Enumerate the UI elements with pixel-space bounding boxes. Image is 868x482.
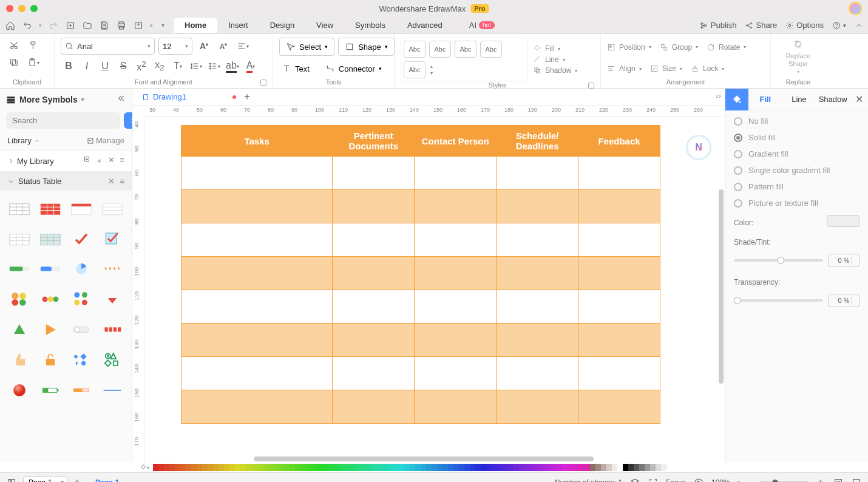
- library-row-label[interactable]: Library: [7, 136, 32, 145]
- color-swatch[interactable]: [388, 464, 393, 471]
- color-swatch[interactable]: [268, 464, 273, 471]
- shape-table-faded[interactable]: [6, 226, 32, 250]
- import-library-icon[interactable]: [83, 155, 90, 166]
- decrease-font-button[interactable]: A▾: [215, 38, 231, 54]
- color-swatch[interactable]: [399, 464, 404, 471]
- symbol-search-input[interactable]: [6, 112, 120, 129]
- position-dropdown[interactable]: Position▾: [607, 43, 651, 52]
- color-swatch[interactable]: [169, 464, 175, 471]
- new-icon[interactable]: [65, 20, 76, 31]
- strike-button[interactable]: S: [115, 58, 131, 74]
- highlight-button[interactable]: ab▾: [225, 58, 240, 74]
- fill-tab[interactable]: Fill: [748, 90, 782, 109]
- shape-triangle-green[interactable]: [6, 317, 32, 341]
- task-table-shape[interactable]: Tasks Pertinent Documents Contact Person…: [181, 125, 660, 424]
- italic-button[interactable]: I: [79, 58, 95, 74]
- color-swatch[interactable]: [186, 464, 191, 471]
- color-swatch[interactable]: [437, 464, 442, 471]
- pages-panel-icon[interactable]: [6, 477, 17, 483]
- color-swatch[interactable]: [393, 464, 399, 471]
- status-table-section[interactable]: Status Table: [18, 177, 61, 186]
- color-swatch[interactable]: [448, 464, 453, 471]
- zoom-out-button[interactable]: −: [747, 477, 753, 483]
- table-header-tasks[interactable]: Tasks: [181, 126, 333, 157]
- fill-dropdown[interactable]: Fill▾: [533, 44, 577, 53]
- home-icon[interactable]: [5, 20, 16, 31]
- shape-icon-grid-green[interactable]: [100, 347, 126, 372]
- undo-icon[interactable]: [22, 20, 33, 31]
- replace-shape-button[interactable]: Replace Shape: [777, 52, 819, 68]
- color-swatch[interactable]: [661, 464, 666, 471]
- styles-scroll-up[interactable]: ▴: [430, 64, 433, 69]
- increase-font-button[interactable]: A▴: [196, 38, 212, 54]
- horizontal-scrollbar[interactable]: [254, 457, 594, 461]
- color-swatch[interactable]: [464, 464, 470, 471]
- fill-color-swatch[interactable]: [827, 215, 860, 227]
- color-swatch[interactable]: [366, 464, 371, 471]
- tab-symbols[interactable]: Symbols: [344, 18, 396, 33]
- color-swatch[interactable]: [656, 464, 661, 471]
- color-swatch[interactable]: [617, 464, 623, 471]
- shadow-dropdown[interactable]: Shadow▾: [533, 66, 577, 75]
- color-swatch[interactable]: [404, 464, 410, 471]
- color-swatch[interactable]: [224, 464, 229, 471]
- styles-scroll-down[interactable]: ▾: [430, 70, 433, 76]
- text-case-button[interactable]: T▾: [170, 58, 186, 74]
- transparency-slider[interactable]: [734, 299, 823, 302]
- shape-progress-blue[interactable]: [37, 256, 63, 280]
- shape-check-box[interactable]: [100, 226, 126, 250]
- shape-thumb-up[interactable]: [6, 347, 32, 372]
- focus-icon[interactable]: [648, 477, 659, 483]
- color-swatch[interactable]: [623, 464, 628, 471]
- color-swatch[interactable]: [568, 464, 574, 471]
- copy-button[interactable]: [6, 55, 22, 70]
- fit-page-icon[interactable]: [833, 477, 844, 483]
- color-swatch[interactable]: [213, 464, 219, 471]
- style-preset-5[interactable]: Abc: [404, 61, 426, 78]
- select-tool-button[interactable]: Select▾: [279, 38, 334, 56]
- collapse-ribbon-button[interactable]: [855, 21, 863, 30]
- table-header-feedback[interactable]: Feedback: [578, 126, 660, 157]
- manage-library-button[interactable]: Manage: [87, 136, 124, 145]
- table-row[interactable]: [181, 223, 660, 257]
- connector-tool-button[interactable]: Connector▾: [319, 59, 388, 78]
- drawing-canvas[interactable]: Tasks Pertinent Documents Contact Person…: [144, 117, 725, 463]
- style-preset-4[interactable]: Abc: [480, 41, 502, 58]
- color-swatch[interactable]: [284, 464, 290, 471]
- style-preset-3[interactable]: Abc: [455, 41, 476, 58]
- color-swatch[interactable]: [470, 464, 475, 471]
- my-library-item[interactable]: My Library: [17, 157, 54, 166]
- shape-unlock[interactable]: [37, 347, 63, 372]
- shape-flags-red[interactable]: [100, 317, 126, 341]
- color-swatch[interactable]: [481, 464, 486, 471]
- table-row[interactable]: [181, 324, 660, 357]
- superscript-button[interactable]: x2: [134, 58, 149, 74]
- minimize-window-button[interactable]: [18, 5, 25, 12]
- paint-bucket-icon[interactable]: [725, 89, 748, 110]
- layers-icon[interactable]: [629, 477, 640, 483]
- shape-progress-green[interactable]: [6, 256, 32, 280]
- focus-label[interactable]: Focus: [666, 478, 686, 483]
- table-row[interactable]: [181, 357, 660, 390]
- color-swatch[interactable]: [453, 464, 459, 471]
- shape-arrow-down[interactable]: [100, 287, 126, 311]
- rotate-dropdown[interactable]: Rotate▾: [707, 43, 746, 52]
- shade-slider[interactable]: [734, 259, 823, 262]
- color-swatch[interactable]: [492, 464, 497, 471]
- table-row[interactable]: [181, 390, 660, 424]
- style-preset-1[interactable]: Abc: [404, 41, 426, 58]
- color-swatch[interactable]: [639, 464, 645, 471]
- color-swatch[interactable]: [612, 464, 617, 471]
- color-swatch[interactable]: [262, 464, 268, 471]
- page-select[interactable]: Page-1: [23, 476, 67, 483]
- color-swatch[interactable]: [552, 464, 557, 471]
- align-dropdown[interactable]: Align▾: [607, 64, 642, 73]
- color-swatch[interactable]: [432, 464, 437, 471]
- color-swatch[interactable]: [180, 464, 186, 471]
- add-document-button[interactable]: ＋: [241, 91, 253, 103]
- shape-table-light[interactable]: [100, 195, 126, 220]
- color-swatch[interactable]: [219, 464, 224, 471]
- shape-icon-grid-blue[interactable]: [69, 347, 95, 372]
- color-swatch[interactable]: [235, 464, 240, 471]
- color-swatch[interactable]: [421, 464, 426, 471]
